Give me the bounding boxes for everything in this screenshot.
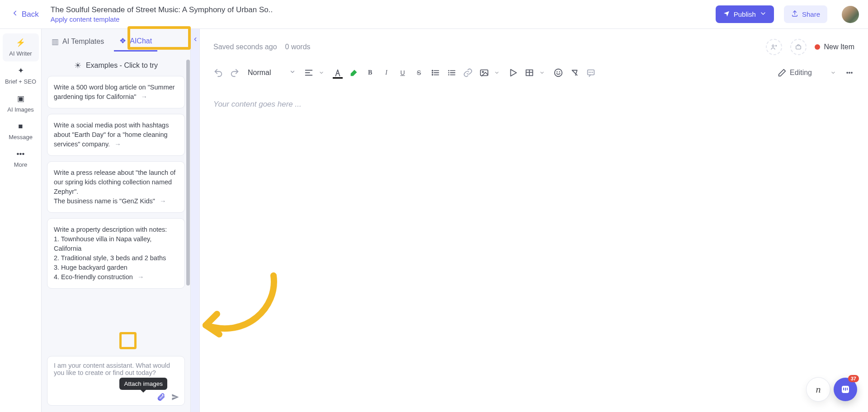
intercom-badge: 37 xyxy=(848,375,859,382)
tab-ai-chat[interactable]: ❖ AIChat xyxy=(114,32,157,52)
apply-template-link[interactable]: Apply content template xyxy=(51,15,273,23)
example-text: Write a property description with notes:… xyxy=(54,226,167,281)
redo-button[interactable] xyxy=(230,68,240,78)
block-style-select[interactable]: Normal xyxy=(246,69,297,77)
rail-label: AI Writer xyxy=(9,50,32,57)
bold-button[interactable]: B xyxy=(365,68,375,78)
new-item-label: New Item xyxy=(824,43,854,51)
bolt-icon: ⚡ xyxy=(3,38,39,47)
back-label: Back xyxy=(22,10,39,19)
send-icon[interactable] xyxy=(171,393,180,402)
svg-point-9 xyxy=(557,72,557,72)
invite-user-button[interactable] xyxy=(766,39,782,55)
arrow-right-icon: → xyxy=(114,140,121,149)
emoji-button[interactable] xyxy=(553,68,563,78)
strikethrough-button[interactable]: S xyxy=(414,68,424,78)
message-icon: ■ xyxy=(3,122,39,131)
image-icon: ▣ xyxy=(3,94,39,103)
svg-point-8 xyxy=(554,69,562,77)
undo-button[interactable] xyxy=(213,68,223,78)
left-rail: ⚡ AI Writer ✦ Brief + SEO ▣ AI Images ■ … xyxy=(0,29,42,412)
example-card[interactable]: Write a 500 word blog article on "Summer… xyxy=(47,76,185,108)
insert-table-select[interactable] xyxy=(524,68,547,78)
bullet-list-button[interactable] xyxy=(430,68,440,78)
collapse-panel-handle[interactable] xyxy=(191,29,200,412)
share-label: Share xyxy=(802,10,820,18)
table-icon xyxy=(524,68,534,78)
clear-formatting-button[interactable] xyxy=(570,68,580,78)
rail-label: AI Images xyxy=(7,106,34,113)
chat-input-wrap: I am your content assistant. What would … xyxy=(42,356,190,412)
scrollbar-thumb[interactable] xyxy=(186,60,190,286)
word-count: 0 words xyxy=(285,43,311,51)
briefcase-button[interactable] xyxy=(790,39,807,55)
example-card[interactable]: Write a press release about "the launch … xyxy=(47,161,185,213)
send-icon xyxy=(723,10,730,19)
rail-label: Brief + SEO xyxy=(5,78,36,85)
saved-status: Saved seconds ago xyxy=(213,43,277,51)
svg-point-6 xyxy=(482,71,483,73)
svg-point-4 xyxy=(432,75,433,75)
comment-button[interactable] xyxy=(586,68,596,78)
example-card[interactable]: Write a social media post with hashtags … xyxy=(47,114,185,156)
chevron-down-icon xyxy=(289,69,296,77)
underline-button[interactable]: U xyxy=(398,68,408,78)
status-row: Saved seconds ago 0 words New Item xyxy=(213,39,854,55)
rail-item-more[interactable]: ••• More xyxy=(3,145,39,173)
rail-label: Message xyxy=(9,134,33,140)
chat-input-placeholder: I am your content assistant. What would … xyxy=(54,362,178,376)
insert-image-select[interactable] xyxy=(479,68,502,78)
chat-input[interactable]: I am your content assistant. What would … xyxy=(47,356,185,406)
svg-point-3 xyxy=(432,72,433,73)
chevron-left-icon xyxy=(11,9,19,19)
rail-item-ai-writer[interactable]: ⚡ AI Writer xyxy=(3,33,39,61)
insert-video-button[interactable] xyxy=(508,68,518,78)
italic-button[interactable]: I xyxy=(382,68,392,78)
example-text: Write a press release about "the launch … xyxy=(54,169,175,205)
style-name: Normal xyxy=(248,69,271,77)
svg-rect-5 xyxy=(480,70,488,76)
rail-item-ai-images[interactable]: ▣ AI Images xyxy=(3,89,39,117)
publish-button[interactable]: Publish xyxy=(716,5,774,23)
chat-bubbles-icon: ❖ xyxy=(119,36,126,46)
more-options-button[interactable]: ••• xyxy=(844,68,854,78)
sun-icon: ☀ xyxy=(74,61,81,70)
arrow-right-icon: → xyxy=(137,272,144,282)
topbar: Back The Soulful Serenade of Street Musi… xyxy=(0,0,868,29)
examples-header: ☀ Examples - Click to try xyxy=(47,57,185,76)
example-text: Write a 500 word blog article on "Summer… xyxy=(54,84,175,100)
editor-area: Saved seconds ago 0 words New Item Norma… xyxy=(200,29,868,412)
highlight-color-button[interactable] xyxy=(349,68,359,78)
chevron-down-icon xyxy=(316,68,326,78)
target-icon: ✦ xyxy=(3,66,39,75)
new-item-badge[interactable]: New Item xyxy=(815,43,854,51)
font-color-button[interactable] xyxy=(333,68,343,78)
examples-header-label: Examples - Click to try xyxy=(86,61,158,70)
svg-point-2 xyxy=(432,70,433,71)
tab-label: AI Templates xyxy=(62,37,104,46)
editor-toolbar: Normal B I U S xyxy=(213,55,854,83)
align-select[interactable] xyxy=(304,68,326,78)
rail-item-brief-seo[interactable]: ✦ Brief + SEO xyxy=(3,61,39,89)
example-card[interactable]: Write a property description with notes:… xyxy=(47,218,185,289)
share-button[interactable]: Share xyxy=(784,5,827,23)
intercom-launcher[interactable]: 37 xyxy=(834,378,857,401)
svg-point-10 xyxy=(559,72,560,72)
side-body: ☀ Examples - Click to try Write a 500 wo… xyxy=(42,54,190,356)
tab-ai-templates[interactable]: ▥ AI Templates xyxy=(46,33,109,51)
editing-mode-select[interactable]: Editing xyxy=(777,68,838,78)
tab-label: AIChat xyxy=(130,37,152,45)
avatar[interactable] xyxy=(842,6,859,23)
image-icon xyxy=(479,68,489,78)
chevron-down-icon xyxy=(492,68,502,78)
rail-item-message[interactable]: ■ Message xyxy=(3,117,39,145)
assistant-launcher[interactable]: n xyxy=(807,378,830,401)
attach-icon[interactable] xyxy=(156,393,165,402)
link-button[interactable] xyxy=(463,68,473,78)
library-icon: ▥ xyxy=(52,37,59,47)
side-tabs: ▥ AI Templates ❖ AIChat xyxy=(42,29,190,54)
back-button[interactable]: Back xyxy=(9,6,41,22)
editor-content-placeholder[interactable]: Your content goes here ... xyxy=(213,100,854,109)
numbered-list-button[interactable] xyxy=(447,68,457,78)
tooltip-attach-images: Attach images xyxy=(119,378,167,390)
